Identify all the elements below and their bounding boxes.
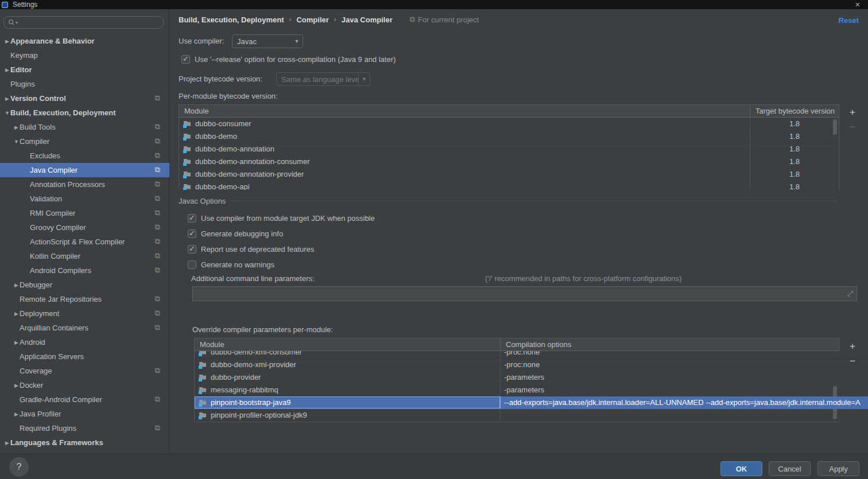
- table-row-dubbo-demo-xml-provider[interactable]: dubbo-demo-xml-provider-proc:none: [195, 359, 868, 371]
- target-version-cell[interactable]: 1.8: [750, 130, 839, 142]
- sidebar-item-kotlin-compiler[interactable]: Kotlin Compiler⧉: [0, 249, 169, 263]
- target-version-cell[interactable]: 1.8: [750, 143, 839, 155]
- sidebar-item-annotation-processors[interactable]: Annotation Processors⧉: [0, 177, 169, 192]
- table-row-dubbo-demo-xml-consumer[interactable]: dubbo-demo-xml-consumer-proc:none: [195, 351, 868, 359]
- checkbox-icon[interactable]: [188, 245, 196, 254]
- sidebar-item-compiler[interactable]: ▼Compiler⧉: [0, 134, 169, 149]
- sidebar-item-java-profiler[interactable]: ▶Java Profiler: [0, 407, 169, 421]
- table-row-dubbo-demo-api[interactable]: dubbo-demo-api1.8: [179, 181, 839, 190]
- table-row-dubbo-demo-annotation-provider[interactable]: dubbo-demo-annotation-provider1.8: [179, 168, 839, 181]
- sidebar-item-languages-frameworks[interactable]: ▶Languages & Frameworks: [0, 435, 169, 450]
- sidebar-item-docker[interactable]: ▶Docker: [0, 378, 169, 392]
- chevron-collapsed-icon[interactable]: ▶: [13, 282, 20, 288]
- apply-button[interactable]: Apply: [817, 461, 859, 476]
- sidebar-item-appearance-behavior[interactable]: ▶Appearance & Behavior: [0, 34, 169, 48]
- additional-params-input[interactable]: [193, 290, 844, 298]
- sidebar-item-excludes[interactable]: Excludes⧉: [0, 149, 169, 163]
- cancel-button[interactable]: Cancel: [769, 461, 811, 476]
- chevron-expanded-icon[interactable]: ▼: [13, 139, 20, 145]
- checkbox-icon[interactable]: [188, 214, 196, 223]
- table-row-dubbo-demo-annotation-consumer[interactable]: dubbo-demo-annotation-consumer1.8: [179, 155, 839, 168]
- table-row-messaging-rabbitmq[interactable]: messaging-rabbitmq-parameters: [195, 384, 868, 396]
- sidebar-item-build-tools[interactable]: ▶Build Tools⧉: [0, 120, 169, 134]
- chevron-collapsed-icon[interactable]: ▶: [4, 38, 10, 44]
- add-icon[interactable]: +: [845, 340, 860, 355]
- table-row-dubbo-demo[interactable]: dubbo-demo1.8: [179, 130, 839, 143]
- chevron-down-icon[interactable]: ▼: [291, 35, 303, 48]
- sidebar-item-android[interactable]: ▶Android: [0, 335, 169, 349]
- sidebar-item-version-control[interactable]: ▶Version Control⧉: [0, 91, 169, 106]
- target-version-cell[interactable]: 1.8: [750, 168, 839, 180]
- remove-icon[interactable]: −: [845, 355, 860, 369]
- close-icon[interactable]: ×: [855, 0, 860, 9]
- sidebar-item-debugger[interactable]: ▶Debugger: [0, 278, 169, 292]
- compilation-options-cell[interactable]: --add-exports=java.base/jdk.internal.loa…: [500, 396, 868, 408]
- chevron-collapsed-icon[interactable]: ▶: [13, 311, 20, 317]
- javac-option-report-use-of-deprecated-features[interactable]: Report use of deprecated features: [188, 244, 314, 254]
- search-box[interactable]: ▾: [3, 16, 164, 29]
- sidebar-item-java-compiler[interactable]: Java Compiler⧉: [0, 163, 169, 177]
- chevron-collapsed-icon[interactable]: ▶: [4, 67, 10, 73]
- sidebar-item-gradle-android-compiler[interactable]: Gradle-Android Compiler⧉: [0, 392, 169, 407]
- sidebar-item-build-execution-deployment[interactable]: ▼Build, Execution, Deployment: [0, 106, 169, 120]
- chevron-collapsed-icon[interactable]: ▶: [4, 96, 10, 102]
- compilation-options-cell[interactable]: -parameters: [500, 384, 868, 396]
- search-input[interactable]: [21, 18, 163, 26]
- column-header-compilation-options[interactable]: Compilation options: [500, 338, 839, 351]
- breadcrumb-segment-build-execution-deployment[interactable]: Build, Execution, Deployment: [179, 15, 284, 24]
- sidebar-item-plugins[interactable]: Plugins: [0, 77, 169, 91]
- table-row-dubbo-provider[interactable]: dubbo-provider-parameters: [195, 371, 868, 384]
- sidebar-item-validation[interactable]: Validation⧉: [0, 192, 169, 206]
- table-row-dubbo-demo-annotation[interactable]: dubbo-demo-annotation1.8: [179, 143, 839, 155]
- chevron-collapsed-icon[interactable]: ▶: [13, 340, 20, 345]
- ok-button[interactable]: OK: [720, 461, 762, 476]
- chevron-collapsed-icon[interactable]: ▶: [13, 411, 20, 417]
- javac-option-generate-no-warnings[interactable]: Generate no warnings: [188, 260, 274, 269]
- sidebar-item-editor[interactable]: ▶Editor: [0, 63, 169, 77]
- release-option-checkbox[interactable]: Use '--release' option for cross-compila…: [181, 54, 396, 64]
- sidebar-item-rmi-compiler[interactable]: RMI Compiler⧉: [0, 206, 169, 220]
- reset-link[interactable]: Reset: [839, 16, 859, 25]
- chevron-collapsed-icon[interactable]: ▶: [13, 124, 20, 130]
- checkbox-icon[interactable]: [188, 260, 196, 269]
- javac-option-generate-debugging-info[interactable]: Generate debugging info: [188, 229, 283, 238]
- compilation-options-cell[interactable]: -proc:none: [500, 351, 868, 358]
- chevron-collapsed-icon[interactable]: ▶: [13, 383, 20, 388]
- compilation-options-cell[interactable]: [500, 409, 868, 421]
- chevron-collapsed-icon[interactable]: ▶: [4, 440, 10, 446]
- column-header-module[interactable]: Module: [195, 340, 500, 349]
- javac-options-section: Javac Options: [179, 197, 838, 205]
- sidebar-item-coverage[interactable]: Coverage⧉: [0, 364, 169, 378]
- compilation-options-cell[interactable]: -parameters: [500, 371, 868, 383]
- vertical-scrollbar[interactable]: [833, 119, 837, 135]
- sidebar-item-android-compilers[interactable]: Android Compilers⧉: [0, 263, 169, 278]
- sidebar-item-application-servers[interactable]: Application Servers: [0, 349, 169, 364]
- breadcrumb-segment-java-compiler[interactable]: Java Compiler: [342, 15, 393, 24]
- table-row-pinpoint-profiler-optional-jdk9[interactable]: pinpoint-profiler-optional-jdk9: [195, 409, 868, 422]
- breadcrumb-segment-compiler[interactable]: Compiler: [296, 15, 328, 24]
- sidebar-item-arquillian-containers[interactable]: Arquillian Containers⧉: [0, 321, 169, 335]
- target-version-cell[interactable]: 1.8: [750, 118, 839, 130]
- target-version-cell[interactable]: 1.8: [750, 181, 839, 190]
- search-options-caret-icon[interactable]: ▾: [16, 20, 18, 25]
- sidebar-item-required-plugins[interactable]: Required Plugins⧉: [0, 421, 169, 435]
- use-compiler-select[interactable]: Javac ▼: [232, 34, 303, 48]
- sidebar-item-deployment[interactable]: ▶Deployment⧉: [0, 306, 169, 321]
- sidebar-item-keymap[interactable]: Keymap: [0, 48, 169, 63]
- javac-option-use-compiler-from-module-target-jdk-when-possible[interactable]: Use compiler from module target JDK when…: [188, 213, 375, 223]
- table-row-pinpoint-bootstrap-java9[interactable]: pinpoint-bootstrap-java9--add-exports=ja…: [195, 396, 868, 409]
- sidebar-item-actionscript-flex-compiler[interactable]: ActionScript & Flex Compiler⧉: [0, 235, 169, 249]
- add-icon[interactable]: +: [845, 106, 860, 120]
- column-header-module[interactable]: Module: [179, 107, 750, 115]
- help-button[interactable]: ?: [9, 457, 29, 477]
- column-header-target-version[interactable]: Target bytecode version: [750, 105, 839, 117]
- checkbox-icon[interactable]: [181, 55, 190, 64]
- chevron-expanded-icon[interactable]: ▼: [4, 110, 10, 116]
- checkbox-icon[interactable]: [188, 229, 196, 238]
- sidebar-item-groovy-compiler[interactable]: Groovy Compiler⧉: [0, 220, 169, 235]
- expand-field-icon[interactable]: ⤢: [844, 289, 857, 298]
- target-version-cell[interactable]: 1.8: [750, 155, 839, 168]
- table-row-dubbo-consumer[interactable]: dubbo-consumer1.8: [179, 118, 839, 130]
- compilation-options-cell[interactable]: -proc:none: [500, 359, 868, 371]
- sidebar-item-remote-jar-repositories[interactable]: Remote Jar Repositories⧉: [0, 292, 169, 306]
